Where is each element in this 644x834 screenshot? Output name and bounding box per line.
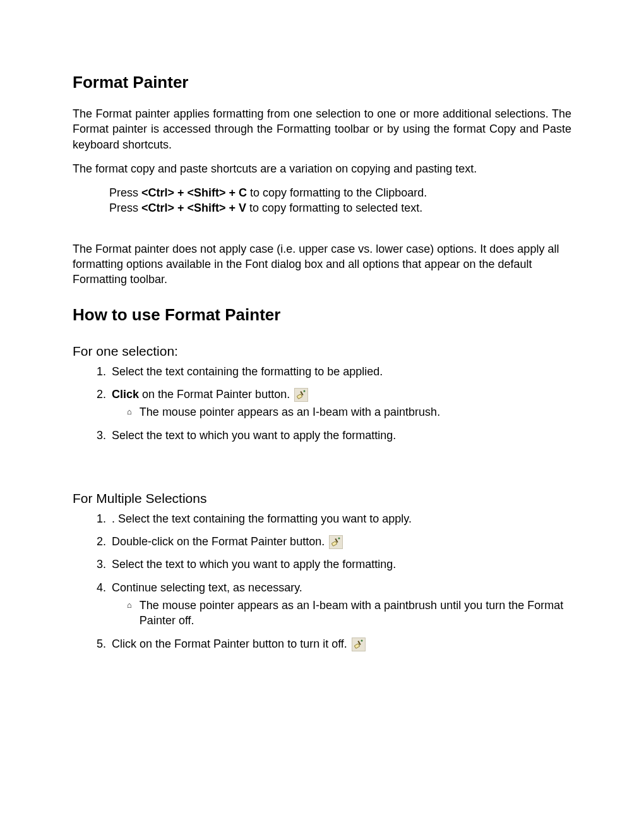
shortcut-suffix: to copy formatting to selected text. <box>246 202 422 214</box>
step-bold: Click <box>112 388 139 401</box>
format-painter-icon <box>329 535 343 549</box>
list-item: Select the text to which you want to app… <box>109 428 571 443</box>
multi-selection-heading: For Multiple Selections <box>73 491 571 506</box>
svg-rect-0 <box>297 394 302 399</box>
step-text: Double-click on the Format Painter butto… <box>112 535 328 548</box>
shortcut-suffix: to copy formatting to the Clipboard. <box>247 186 427 199</box>
svg-point-5 <box>338 538 340 540</box>
list-item: Click on the Format Painter button to tu… <box>109 636 571 651</box>
svg-point-8 <box>361 639 362 641</box>
bullet-glyph-icon: ⌂ <box>127 406 132 418</box>
intro-paragraph-2: The format copy and paste shortcuts are … <box>73 161 571 176</box>
step-text: Select the text containing the formattin… <box>112 365 383 378</box>
sub-bullet-text: The mouse pointer appears as an I-beam w… <box>140 404 440 420</box>
shortcut-block: Press <Ctrl> + <Shift> + C to copy forma… <box>109 185 571 216</box>
multi-selection-steps: . Select the text containing the formatt… <box>109 511 571 651</box>
page-title: Format Painter <box>73 73 571 92</box>
shortcut-key: <Ctrl> + <Shift> + V <box>141 202 246 214</box>
step-text: Select the text to which you want to app… <box>112 558 396 571</box>
sub-bullet-text: The mouse pointer appears as an I-beam w… <box>140 598 571 629</box>
shortcut-prefix: Press <box>109 202 141 214</box>
list-item: Double-click on the Format Painter butto… <box>109 534 571 549</box>
format-painter-icon <box>352 638 366 651</box>
list-item: Select the text to which you want to app… <box>109 557 571 572</box>
step-text: Continue selecting text, as necessary. <box>112 581 302 594</box>
list-item: Click on the Format Painter button. ⌂ Th… <box>109 387 571 420</box>
list-item: Select the text containing the formattin… <box>109 364 571 379</box>
howto-heading: How to use Format Painter <box>73 305 571 325</box>
svg-rect-3 <box>331 541 337 547</box>
svg-rect-6 <box>354 643 360 648</box>
one-selection-steps: Select the text containing the formattin… <box>109 364 571 443</box>
step-text: on the Format Painter button. <box>139 388 293 401</box>
step-text: Click on the Format Painter button to tu… <box>112 638 350 650</box>
sub-bullet: ⌂ The mouse pointer appears as an I-beam… <box>127 598 571 629</box>
shortcut-prefix: Press <box>109 186 141 199</box>
step-text: . Select the text containing the formatt… <box>112 512 412 525</box>
one-selection-heading: For one selection: <box>73 344 571 359</box>
format-painter-icon <box>294 388 308 402</box>
list-item: Continue selecting text, as necessary. ⌂… <box>109 580 571 629</box>
bullet-glyph-icon: ⌂ <box>127 600 132 611</box>
note-paragraph: The Format painter does not apply case (… <box>73 241 571 287</box>
shortcut-key: <Ctrl> + <Shift> + C <box>141 186 247 199</box>
shortcut-copy-line: Press <Ctrl> + <Shift> + C to copy forma… <box>109 185 571 200</box>
shortcut-paste-line: Press <Ctrl> + <Shift> + V to copy forma… <box>109 200 571 215</box>
svg-point-2 <box>304 390 306 392</box>
intro-paragraph-1: The Format painter applies formatting fr… <box>73 106 571 152</box>
sub-bullet: ⌂ The mouse pointer appears as an I-beam… <box>127 404 571 420</box>
step-text: Select the text to which you want to app… <box>112 429 396 442</box>
list-item: . Select the text containing the formatt… <box>109 511 571 526</box>
